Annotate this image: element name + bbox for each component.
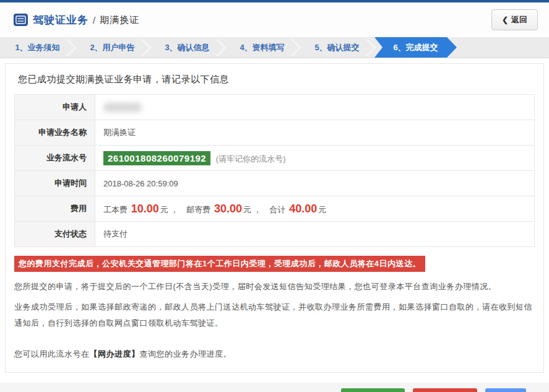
step-label: 3、确认信息 [165,42,209,53]
row-value-business-name: 期满换证 [95,120,535,146]
notice-paragraph-1: 您所提交的申请，将于提交后的一个工作日(不含当天)受理，届时会发送短信告知受理结… [14,279,535,295]
step-4-fill-data: 4、资料填写 [225,37,300,58]
row-value-applicant [95,95,535,120]
continue-payment-button[interactable]: ¥ 继续支付 [341,388,405,392]
notice-paragraph-2: 业务成功受理后，如果选择邮政寄递的，邮政人员将上门送达机动车驾驶证，并收取办理业… [14,299,535,331]
table-row-applicant: 申请人 [15,95,535,120]
progress-menu-reference: 【网办进度】 [90,349,140,359]
back-button-label: 返回 [511,14,527,25]
chevron-left-icon: ❮ [502,15,508,24]
row-value-payment-status: 待支付 [95,222,535,247]
content-panel: 您已成功提交期满换证业务申请，请记录以下信息 申请人 申请业务名称 期满换证 业… [5,63,544,373]
step-label: 1、业务须知 [15,42,59,53]
back-button[interactable]: ❮ 返回 [491,9,538,30]
fee-part-name: 工本费 [103,205,130,214]
row-label-fee: 费用 [15,196,95,222]
breadcrumb: 驾驶证业务 / 期满换证 [14,13,139,27]
license-business-icon [14,14,28,26]
page: 驾驶证业务 / 期满换证 ❮ 返回 1、业务须知 2、用户申告 3、确认信息 4… [0,0,549,392]
breadcrumb-current: 期满换证 [100,14,139,26]
fee-part-name: 合计 [270,205,288,214]
row-label-apply-time: 申请时间 [15,171,95,196]
step-progress-bar: 1、业务须知 2、用户申告 3、确认信息 4、资料填写 5、确认提交 6、完成提… [0,37,549,58]
step-label: 2、用户申告 [90,42,134,53]
progress-hint-prefix: 您可以用此流水号在 [14,349,90,359]
fee-part-suffix: 元 [318,205,326,214]
return-button[interactable]: 返回 [485,388,526,392]
step-label: 6、完成提交 [393,42,438,53]
serial-number-note: (请牢记你的流水号) [216,154,286,163]
fee-part-amount: 30.00 [214,203,242,215]
row-value-apply-time: 2018-08-26 20:59:09 [95,171,535,196]
step-6-complete-active: 6、完成提交 [374,37,457,58]
fee-part-amount: 10.00 [131,203,159,215]
step-label: 5、确认提交 [314,42,359,53]
row-value-serial-number: 261001808260079192 (请牢记你的流水号) [95,146,535,171]
info-table: 申请人 申请业务名称 期满换证 业务流水号 261001808260079192… [14,94,535,247]
fee-part-name: 邮寄费 [186,205,213,214]
step-1-notice: 1、业务须知 [0,37,75,58]
fee-part-amount: 40.00 [289,203,317,215]
cancel-payment-button[interactable]: ¥ 取消支付 [413,388,477,392]
row-label-applicant: 申请人 [15,95,95,120]
fee-part-suffix: 元 ， [160,205,187,214]
table-row-serial-number: 业务流水号 261001808260079192 (请牢记你的流水号) [15,146,535,171]
serial-number-badge: 261001808260079192 [103,151,210,165]
footer-action-bar: ¥ 继续支付 ¥ 取消支付 返回 [0,383,549,392]
table-row-payment-status: 支付状态 待支付 [15,222,535,247]
row-label-serial-number: 业务流水号 [15,146,95,171]
breadcrumb-separator: / [93,15,95,25]
progress-hint-suffix: 查询您的业务办理进度。 [140,349,232,359]
fee-part-suffix: 元 ， [243,205,270,214]
page-title: 驾驶证业务 [33,13,89,27]
payment-notice-banner: 您的费用支付完成后，公安机关交通管理部门将在1个工作日内受理，受理成功后，邮政人… [14,256,425,272]
row-value-fee: 工本费 10.00元 ， 邮寄费 30.00元 ， 合计 40.00元 [95,196,535,222]
step-2-declaration: 2、用户申告 [75,37,150,58]
table-row-apply-time: 申请时间 2018-08-26 20:59:09 [15,171,535,196]
table-row-business-name: 申请业务名称 期满换证 [15,120,535,146]
step-label: 4、资料填写 [240,42,284,53]
progress-hint: 您可以用此流水号在【网办进度】查询您的业务办理进度。 [14,346,535,362]
row-label-payment-status: 支付状态 [15,222,95,247]
step-5-confirm-submit: 5、确认提交 [300,37,374,58]
step-3-confirm-info: 3、确认信息 [150,37,225,58]
step-bar-filler [457,37,549,58]
redacted-applicant-name [103,103,142,112]
table-row-fee: 费用 工本费 10.00元 ， 邮寄费 30.00元 ， 合计 40.00元 [15,196,535,222]
row-label-business-name: 申请业务名称 [15,120,95,146]
page-header: 驾驶证业务 / 期满换证 ❮ 返回 [0,2,549,37]
success-message: 您已成功提交期满换证业务申请，请记录以下信息 [18,74,535,85]
